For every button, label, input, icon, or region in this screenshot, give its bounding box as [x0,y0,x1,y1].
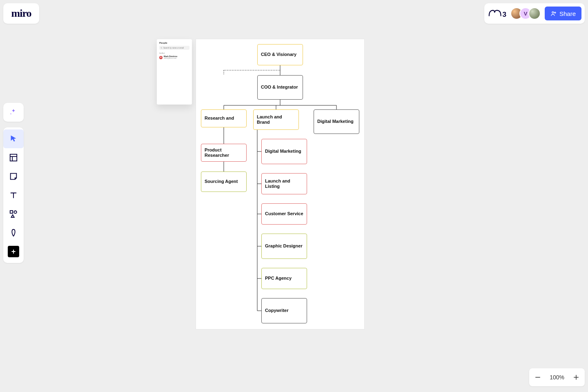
org-node-digital-marketing[interactable]: Digital Marketing [314,109,359,134]
org-node-sourcing-agent[interactable]: Sourcing Agent [201,172,247,192]
people-panel-title: People [159,42,189,44]
shapes-tool[interactable] [3,205,24,223]
org-node-graphic-designer[interactable]: Graphic Designer [261,234,307,259]
node-label: Copywriter [265,308,288,313]
node-label: PPC Agency [265,276,292,281]
templates-icon [9,153,18,162]
zoom-in-button[interactable] [572,373,581,382]
node-label: Launch and Brand [257,114,295,125]
avatar: M [159,56,163,59]
people-panel[interactable]: People Search by name or email Author M … [157,39,192,105]
shapes-icon [9,209,18,218]
svg-rect-4 [10,211,13,213]
text-tool[interactable] [3,186,24,205]
plus-icon: + [8,246,19,257]
org-node-launch-and-brand[interactable]: Launch and Brand [253,109,299,130]
org-node-digital-marketing-2[interactable]: Digital Marketing [261,139,307,164]
svg-text:3: 3 [502,10,506,18]
select-tool[interactable] [3,129,24,148]
share-icon [550,10,557,17]
svg-rect-1 [10,154,17,161]
zoom-out-button[interactable] [533,373,542,382]
share-label: Share [559,10,576,17]
minus-icon [534,374,541,381]
sticky-note-tool[interactable] [3,167,24,186]
zoom-level[interactable]: 100% [550,374,564,381]
ai-tool[interactable] [3,103,24,122]
avatar[interactable] [528,7,541,20]
org-node-copywriter[interactable]: Copywriter [261,298,307,323]
svg-point-5 [14,211,16,213]
org-node-launch-and-listing[interactable]: Launch and Listing [261,173,307,194]
pen-icon [9,228,18,237]
node-label: Graphic Designer [265,243,303,249]
svg-line-10 [162,48,162,49]
people-person-row[interactable]: M Mark Dimitrov mdm@dmco.com [159,56,189,59]
node-label: Product Researcher [205,147,243,158]
pen-tool[interactable] [3,223,24,242]
logo-card[interactable]: miro [3,3,39,24]
org-node-research[interactable]: Research and [201,109,247,127]
zoom-controls: 100% [529,368,585,386]
node-label: Launch and Listing [265,178,303,189]
search-placeholder: Search by name or email [163,47,184,49]
search-icon [160,47,163,49]
org-node-customer-service[interactable]: Customer Service [261,203,307,225]
share-button[interactable]: Share [545,7,581,20]
org-node-product-researcher[interactable]: Product Researcher [201,144,247,162]
node-label: Digital Marketing [265,149,301,154]
org-node-ppc-agency[interactable]: PPC Agency [261,268,307,289]
org-node-coo[interactable]: COO & Integrator [257,75,303,100]
node-label: Digital Marketing [317,119,354,124]
reactions-icon[interactable]: 3 [488,6,506,21]
svg-point-9 [161,47,162,48]
sparkle-icon [9,108,18,117]
presence-avatars[interactable]: V [510,7,541,20]
left-toolbar: + [3,127,24,263]
add-tool[interactable]: + [3,242,24,261]
people-section-label: Author [159,52,189,54]
miro-logo: miro [11,7,31,20]
node-label: Sourcing Agent [205,179,238,184]
top-right-toolbar: 3 V Share [484,3,585,24]
text-icon [9,191,18,200]
plus-icon [572,374,580,381]
cursor-icon [9,134,18,143]
sticky-note-icon [9,172,18,181]
org-node-ceo[interactable]: CEO & Visionary [257,44,303,65]
canvas-frame[interactable]: CEO & Visionary COO & Integrator Researc… [196,39,364,329]
node-label: CEO & Visionary [261,52,296,57]
people-search-input[interactable]: Search by name or email [159,46,189,50]
node-label: Research and [205,116,234,121]
person-email: mdm@dmco.com [164,58,177,59]
node-label: COO & Integrator [261,85,298,90]
templates-tool[interactable] [3,148,24,167]
node-label: Customer Service [265,211,303,216]
